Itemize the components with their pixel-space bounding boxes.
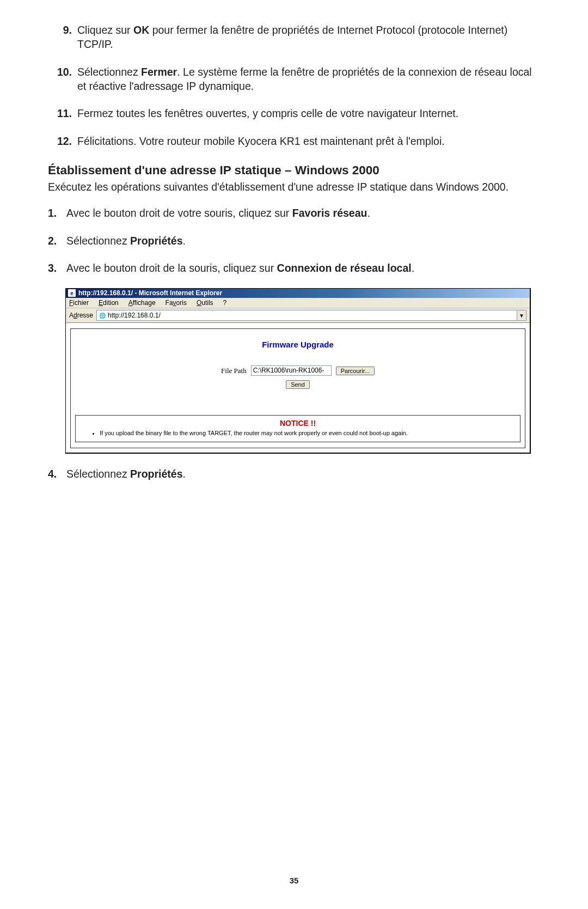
- item-text: Sélectionnez Propriétés.: [66, 467, 540, 481]
- ie-title-text: http://192.168.0.1/ - Microsoft Internet…: [78, 289, 222, 297]
- notice-title: NOTICE !!: [81, 419, 514, 428]
- list-item: 1.Avec le bouton droit de votre souris, …: [48, 206, 540, 220]
- upper-ordered-list: 9.Cliquez sur OK pour fermer la fenêtre …: [48, 23, 540, 148]
- item-text: Avec le bouton droit de votre souris, cl…: [66, 206, 540, 220]
- lower-ordered-list-a: 1.Avec le bouton droit de votre souris, …: [48, 206, 540, 275]
- item-number: 4.: [48, 467, 66, 481]
- notice-list: If you upload the binary file to the wro…: [81, 430, 514, 436]
- item-number: 1.: [48, 206, 66, 220]
- list-item: 12.Félicitations. Votre routeur mobile K…: [48, 134, 540, 148]
- item-number: 12.: [48, 134, 77, 148]
- list-item: 3.Avec le bouton droit de la souris, cli…: [48, 261, 540, 275]
- section-intro: Exécutez les opérations suivantes d'étab…: [48, 180, 540, 194]
- item-text: Cliquez sur OK pour fermer la fenêtre de…: [77, 23, 540, 52]
- ie-screenshot: e http://192.168.0.1/ - Microsoft Intern…: [65, 288, 531, 454]
- notice-panel: NOTICE !! If you upload the binary file …: [75, 415, 520, 442]
- ie-addressbar: Adresse 🌐 http://192.168.0.1/ ▼: [66, 308, 530, 323]
- menu-help[interactable]: ?: [223, 299, 227, 307]
- menu-favoris[interactable]: Favoris: [166, 299, 187, 307]
- browse-button[interactable]: Parcourir...: [336, 367, 375, 375]
- menu-edition[interactable]: Edition: [99, 299, 119, 307]
- firmware-panel: Firmware Upgrade File Path C:\RK1006\run…: [70, 328, 525, 448]
- item-number: 10.: [48, 65, 77, 94]
- file-path-label: File Path: [221, 367, 247, 375]
- item-text: Fermez toutes les fenêtres ouvertes, y c…: [77, 106, 540, 120]
- item-text: Sélectionnez Fermer. Le système ferme la…: [77, 65, 540, 94]
- address-url-text: http://192.168.0.1/: [108, 312, 161, 319]
- item-number: 9.: [48, 23, 77, 52]
- file-path-input[interactable]: C:\RK1006\run-RK1006-: [251, 365, 332, 376]
- item-text: Félicitations. Votre routeur mobile Kyoc…: [77, 134, 540, 148]
- ie-content-area: Firmware Upgrade File Path C:\RK1006\run…: [66, 323, 530, 453]
- page-number: 35: [0, 876, 588, 885]
- item-number: 3.: [48, 261, 66, 275]
- page-icon: 🌐: [99, 312, 106, 319]
- ie-menubar: Fichier Edition Affichage Favoris Outils…: [66, 298, 530, 308]
- address-label: Adresse: [69, 312, 93, 319]
- item-text: Avec le bouton droit de la souris, cliqu…: [66, 261, 540, 275]
- lower-ordered-list-b: 4.Sélectionnez Propriétés.: [48, 467, 540, 481]
- address-input[interactable]: 🌐 http://192.168.0.1/: [96, 310, 517, 321]
- list-item: 4.Sélectionnez Propriétés.: [48, 467, 540, 481]
- list-item: 11.Fermez toutes les fenêtres ouvertes, …: [48, 106, 540, 120]
- item-text: Sélectionnez Propriétés.: [66, 234, 540, 248]
- menu-fichier[interactable]: Fichier: [69, 299, 89, 307]
- menu-affichage[interactable]: Affichage: [128, 299, 156, 307]
- section-heading: Établissement d'une adresse IP statique …: [48, 163, 540, 178]
- send-button[interactable]: Send: [286, 380, 310, 389]
- firmware-title: Firmware Upgrade: [75, 340, 520, 349]
- list-item: 9.Cliquez sur OK pour fermer la fenêtre …: [48, 23, 540, 52]
- notice-item: If you upload the binary file to the wro…: [100, 430, 514, 436]
- menu-outils[interactable]: Outils: [197, 299, 213, 307]
- list-item: 10.Sélectionnez Fermer. Le système ferme…: [48, 65, 540, 94]
- item-number: 2.: [48, 234, 66, 248]
- list-item: 2.Sélectionnez Propriétés.: [48, 234, 540, 248]
- address-dropdown-button[interactable]: ▼: [517, 310, 526, 321]
- ie-titlebar: e http://192.168.0.1/ - Microsoft Intern…: [66, 289, 530, 298]
- ie-logo-icon: e: [68, 289, 76, 297]
- item-number: 11.: [48, 106, 77, 120]
